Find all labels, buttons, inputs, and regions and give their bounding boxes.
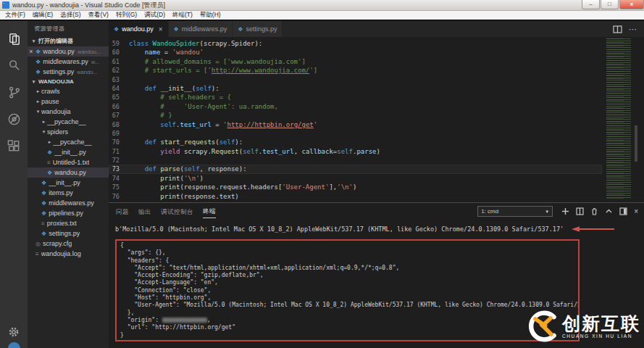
tree-item[interactable]: ▾wandoujia [28, 107, 109, 117]
minimap[interactable] [606, 38, 639, 199]
panel-tab[interactable]: 问题 [116, 205, 129, 218]
terminal-select[interactable]: 1: cmd ▼ [477, 206, 553, 217]
tree-item-label: crawls [41, 88, 60, 95]
menu-item[interactable]: 帮助(H) [196, 11, 225, 20]
move-panel-icon[interactable] [619, 207, 627, 215]
tree-item-label: middlewares.py [49, 199, 94, 207]
tree-item[interactable]: ❖settings.py [28, 228, 109, 239]
line-number: 60 [109, 48, 129, 57]
tree-item[interactable]: ❖__init__.py [28, 147, 109, 157]
code-line: 75 print(response.request.headers['User-… [109, 183, 602, 191]
code-text: # } [129, 111, 172, 120]
minimize-button[interactable]: – [582, 0, 600, 9]
tree-item[interactable]: ▸pause [28, 96, 109, 107]
open-editor-item[interactable]: ❖middlewares.pyw... [28, 57, 109, 67]
tree-item[interactable]: ≡proxies.txt [28, 218, 109, 228]
terminal-json-line: }, [120, 310, 574, 317]
tab-wandou-py[interactable]: ❖wandou.py× [109, 21, 169, 37]
terminal-json-line: "origin": , [120, 317, 574, 324]
tree-item[interactable]: ❖__init__.py [28, 178, 109, 188]
code-text: class WandouSpider(scrapy.Spider): [129, 39, 262, 48]
open-editors-header[interactable]: ▾ 打开的编辑器 [28, 36, 109, 46]
file-path-hint: wandou... [78, 49, 101, 55]
open-editor-item[interactable]: ×❖wandou.pywandou... [28, 46, 109, 57]
source-control-icon[interactable] [0, 79, 28, 106]
panel-tab[interactable]: 调试控制台 [161, 205, 193, 218]
panel-tab[interactable]: 输出 [138, 205, 151, 218]
menu-item[interactable]: 编辑(E) [29, 11, 57, 20]
line-number: 72 [109, 156, 129, 165]
project-section-header[interactable]: ▾ WANDOUJIA [28, 77, 109, 86]
code-editor[interactable]: 59class WandouSpider(scrapy.Spider):60 n… [109, 37, 644, 202]
tree-item-label: __pycache__ [53, 138, 92, 146]
tree-item[interactable]: ▸__pycache__ [28, 137, 109, 147]
watermark-text: 创新互联 [562, 314, 640, 333]
tree-item[interactable]: ◎scrapy.cfg [28, 239, 109, 249]
panel-tab[interactable]: 终端 [203, 204, 216, 218]
menu-item[interactable]: 转到(G) [112, 11, 141, 20]
close-icon[interactable]: × [28, 48, 35, 55]
py-file-icon: ❖ [41, 180, 46, 186]
log-file-icon: ≡ [35, 251, 39, 257]
tree-item[interactable]: ≡wandoujia.log [28, 249, 109, 259]
tree-item-label: settings.py [49, 230, 80, 237]
tree-item[interactable]: ❖items.py [28, 188, 109, 198]
annotation-red-box: { "args": {}, "headers": { "Accept": "te… [115, 239, 580, 341]
menu-item[interactable]: 查看(V) [85, 11, 112, 20]
menu-item[interactable]: 文件(F) [1, 11, 29, 20]
line-number: 70 [109, 138, 129, 146]
kill-terminal-icon[interactable] [590, 207, 598, 215]
tree-item[interactable]: ▾spiders [28, 127, 109, 137]
menu-item[interactable]: 调试(D) [141, 11, 169, 20]
line-number: 64 [109, 84, 129, 93]
line-number: 66 [109, 102, 129, 111]
tab-middlewares-py[interactable]: ❖middlewares.py [169, 21, 233, 37]
line-number: 65 [109, 93, 129, 102]
open-editor-item[interactable]: ❖settings.pywando... [28, 67, 109, 77]
search-icon[interactable] [0, 52, 28, 79]
split-terminal-icon[interactable] [576, 207, 584, 215]
py-file-icon: ❖ [41, 231, 46, 237]
new-terminal-icon[interactable] [561, 207, 569, 215]
python-file-icon: ❖ [35, 49, 41, 55]
more-actions-icon[interactable]: ⋯ [629, 25, 637, 34]
maximize-button[interactable]: □ [601, 0, 619, 9]
tree-item[interactable]: ❖pipelines.py [28, 208, 109, 218]
file-path-hint: wando... [77, 69, 97, 75]
minimap-slider[interactable] [635, 125, 637, 162]
tree-item[interactable]: ▸crawls [28, 86, 109, 96]
tree-item[interactable]: ▸__pycache__ [28, 117, 109, 127]
close-button[interactable]: x [619, 0, 644, 9]
chevron-down-icon: ▾ [30, 79, 37, 85]
menu-item[interactable]: 终端(T) [169, 11, 196, 20]
maximize-panel-icon[interactable] [605, 207, 613, 215]
py-file-icon: ❖ [41, 200, 46, 207]
debug-icon[interactable] [0, 106, 28, 133]
chevron-down-icon: ▾ [35, 109, 41, 115]
code-line: 76 print(response.text) [109, 192, 602, 201]
code-line: 65 # self.headers = { [109, 93, 602, 102]
tree-item[interactable]: ❖middlewares.py [28, 198, 109, 208]
menu-item[interactable]: 选择(S) [57, 11, 84, 20]
panel-header: 问题输出调试控制台终端 1: cmd ▼ [109, 203, 644, 220]
close-panel-icon[interactable]: × [634, 208, 638, 215]
code-line: 64 def __init__(self): [109, 84, 602, 93]
tab-settings-py[interactable]: ❖settings.py [233, 21, 283, 37]
explorer-sidebar: 资源管理器 ▾ 打开的编辑器 ×❖wandou.pywandou... ❖mid… [28, 21, 109, 348]
account-icon[interactable] [8, 342, 20, 348]
tree-item[interactable]: ❖wandou.py [28, 167, 109, 178]
code-text: def parse(self, response): [129, 165, 247, 173]
tree-item-label: scrapy.cfg [43, 240, 72, 247]
settings-gear-icon[interactable] [8, 326, 20, 338]
line-number: 61 [109, 57, 129, 66]
close-icon[interactable]: × [159, 25, 163, 33]
extensions-icon[interactable] [0, 133, 28, 160]
code-text: self.test_url = 'http://httpbin.org/get' [129, 120, 317, 129]
terminal-json-line: "Connection": "close", [120, 287, 574, 294]
explorer-icon[interactable] [0, 25, 28, 52]
tree-item[interactable]: ≡Untitled-1.txt [28, 157, 109, 167]
line-number: 73 [109, 165, 129, 173]
editor-tab-bar: ❖wandou.py×❖middlewares.py❖settings.py ⋯ [109, 21, 644, 37]
file-path-hint: w... [91, 59, 99, 65]
split-editor-icon[interactable] [613, 25, 622, 33]
